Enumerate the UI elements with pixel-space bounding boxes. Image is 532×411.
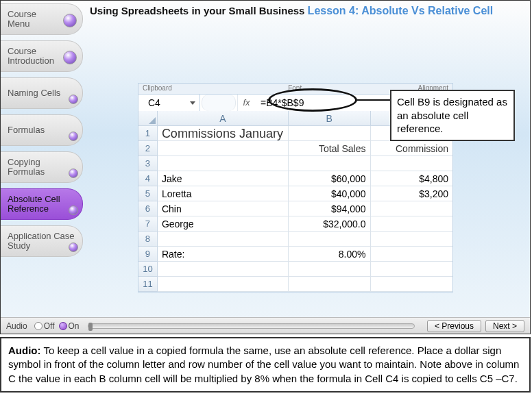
cell-A8[interactable] — [158, 232, 289, 247]
cell-C10[interactable] — [371, 262, 452, 277]
cell-A3[interactable] — [158, 156, 289, 171]
cell-B8[interactable] — [289, 232, 370, 247]
row-header-6[interactable]: 6 — [138, 201, 158, 216]
sidebar-item-1[interactable]: CourseIntroduction — [1, 40, 83, 72]
name-box[interactable]: C4 — [138, 95, 200, 111]
sidebar-item-4[interactable]: CopyingFormulas — [1, 151, 83, 183]
select-all-corner[interactable] — [138, 111, 158, 126]
audio-label: Audio — [6, 321, 27, 331]
sheet-row-11: 11 — [138, 277, 452, 292]
cell-B6[interactable]: $94,000 — [289, 201, 370, 216]
fx-icon[interactable]: fx — [237, 95, 255, 111]
cell-B4[interactable]: $60,000 — [289, 171, 370, 186]
lesson-frame: Using Spreadsheets in your Small Busines… — [0, 0, 531, 334]
bullet-icon — [63, 51, 77, 64]
col-header-b[interactable]: B — [289, 111, 370, 126]
audio-transcript-text: To keep a cell value in a copied formula… — [8, 345, 519, 384]
audio-on-radio[interactable] — [59, 322, 67, 330]
sheet-row-4: 4Jake$60,000$4,800 — [138, 171, 452, 186]
cell-C5[interactable]: $3,200 — [371, 186, 452, 201]
sidebar-item-5[interactable]: Absolute CellReference — [1, 188, 83, 220]
cell-A4[interactable]: Jake — [158, 171, 289, 186]
sheet-row-10: 10 — [138, 262, 452, 277]
cell-A2[interactable] — [158, 141, 289, 156]
bullet-icon — [63, 14, 77, 27]
bottom-bar: Audio Off On < Previous Next > — [1, 317, 530, 334]
cell-B1[interactable] — [289, 126, 370, 141]
sidebar-item-6[interactable]: Application CaseStudy — [1, 225, 83, 257]
audio-transcript-label: Audio: — [8, 345, 40, 356]
previous-button[interactable]: < Previous — [427, 320, 481, 332]
ribbon-font: Font — [288, 84, 302, 94]
annotation-callout: Cell B9 is designated as an absolute cel… — [390, 90, 515, 141]
course-title: Using Spreadsheets in your Small Busines… — [90, 5, 304, 16]
row-header-5[interactable]: 5 — [138, 186, 158, 201]
cell-B11[interactable] — [289, 277, 370, 292]
cell-A10[interactable] — [158, 262, 289, 277]
sheet-row-6: 6Chin$94,000 — [138, 201, 452, 216]
row-header-2[interactable]: 2 — [138, 141, 158, 156]
cell-C9[interactable] — [371, 247, 452, 262]
cell-B2[interactable]: Total Sales — [289, 141, 370, 156]
formula-spacer — [202, 95, 236, 111]
sidebar-item-0[interactable]: CourseMenu — [1, 3, 83, 35]
cell-A5[interactable]: Loretta — [158, 186, 289, 201]
cell-A7[interactable]: George — [158, 216, 289, 232]
audio-scrubber[interactable] — [88, 323, 415, 329]
row-header-10[interactable]: 10 — [138, 262, 158, 277]
cell-B3[interactable] — [289, 156, 370, 171]
audio-off-radio[interactable] — [34, 322, 43, 330]
next-button[interactable]: Next > — [485, 320, 524, 332]
row-header-4[interactable]: 4 — [138, 171, 158, 186]
row-header-7[interactable]: 7 — [138, 216, 158, 232]
col-header-a[interactable]: A — [158, 111, 289, 126]
row-header-9[interactable]: 9 — [138, 247, 158, 262]
cell-C4[interactable]: $4,800 — [371, 171, 452, 186]
sheet-row-2: 2Total SalesCommission — [138, 141, 452, 156]
sheet-row-3: 3 — [138, 156, 452, 171]
cell-C3[interactable] — [371, 156, 452, 171]
cell-C11[interactable] — [371, 277, 452, 292]
row-header-3[interactable]: 3 — [138, 156, 158, 171]
row-header-8[interactable]: 8 — [138, 232, 158, 247]
cell-A1[interactable]: Commissions January — [158, 126, 289, 141]
row-header-11[interactable]: 11 — [138, 277, 158, 292]
header: Using Spreadsheets in your Small Busines… — [90, 5, 523, 17]
cell-B9[interactable]: 8.00% — [289, 247, 370, 262]
sheet-row-9: 9Rate:8.00% — [138, 247, 452, 262]
sheet-row-8: 8 — [138, 232, 452, 247]
row-header-1[interactable]: 1 — [138, 126, 158, 141]
cell-C7[interactable] — [371, 216, 452, 232]
bullet-icon — [69, 169, 78, 178]
ribbon-clipboard: Clipboard — [143, 84, 172, 94]
bullet-icon — [69, 242, 78, 252]
audio-off-label: Off — [44, 321, 55, 331]
cell-A9[interactable]: Rate: — [158, 247, 289, 262]
cell-B7[interactable]: $32,000.0 — [289, 216, 370, 232]
bullet-icon — [69, 95, 78, 104]
bullet-icon — [69, 206, 78, 215]
cell-B10[interactable] — [289, 262, 370, 277]
bullet-icon — [69, 132, 78, 141]
cell-A6[interactable]: Chin — [158, 201, 289, 216]
cell-B5[interactable]: $40,000 — [289, 186, 370, 201]
course-sidebar: CourseMenuCourseIntroductionNaming Cells… — [1, 1, 83, 334]
sidebar-item-2[interactable]: Naming Cells — [1, 77, 83, 109]
cell-C6[interactable] — [371, 201, 452, 216]
cell-C2[interactable]: Commission — [371, 141, 452, 156]
cell-C8[interactable] — [371, 232, 452, 247]
audio-transcript-panel: Audio: To keep a cell value in a copied … — [0, 337, 531, 393]
sheet-row-7: 7George$32,000.0 — [138, 216, 452, 232]
sheet-row-5: 5Loretta$40,000$3,200 — [138, 186, 452, 201]
audio-on-label: On — [69, 321, 80, 331]
lesson-title: Lesson 4: Absolute Vs Relative Cell — [308, 5, 494, 16]
cell-A11[interactable] — [158, 277, 289, 292]
annotation-line — [357, 99, 391, 101]
sidebar-item-3[interactable]: Formulas — [1, 114, 83, 146]
